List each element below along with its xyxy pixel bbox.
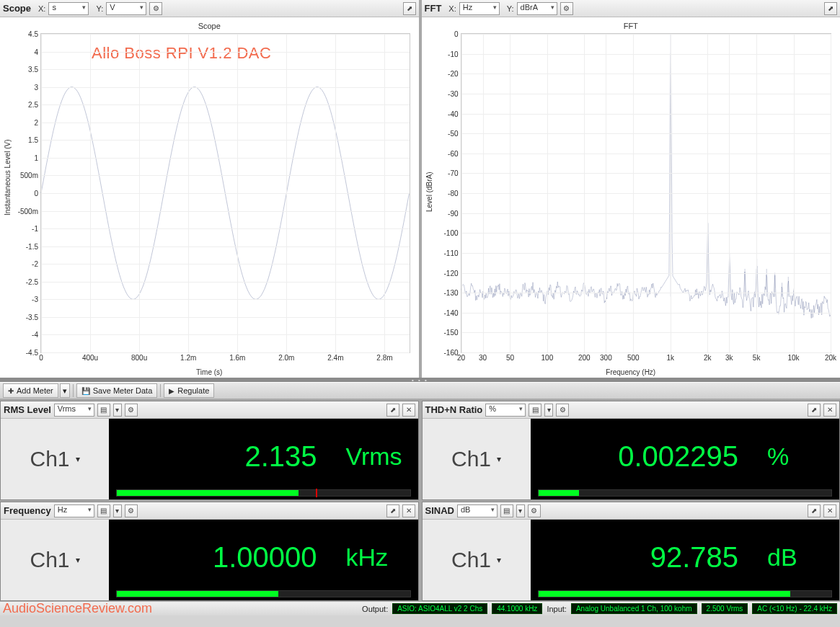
sinad-unit-select[interactable]: dB (457, 504, 498, 517)
output-driver-badge[interactable]: ASIO: ASIO4ALL v2 2 Chs (392, 603, 487, 614)
rms-value: 2.135 (244, 440, 317, 473)
thdn-unit: % (767, 443, 832, 471)
rms-unit: Vrms (346, 443, 411, 471)
fft-x-unit-select[interactable]: Hz (459, 2, 500, 15)
gear-icon[interactable]: ⚙ (149, 2, 162, 15)
scope-chart-title: Scope (6, 22, 413, 30)
statusbar: AudioScienceReview.com Output: ASIO: ASI… (0, 601, 840, 615)
scope-y-axis-label: Instantaneous Level (V) (4, 139, 12, 215)
freq-title: Frequency (4, 505, 51, 516)
filter-dropdown-icon[interactable]: ▾ (113, 504, 122, 517)
thdn-value: 0.002295 (618, 440, 738, 473)
play-icon: ▶ (169, 387, 174, 395)
input-label: Input: (547, 605, 567, 613)
fft-x-label: X: (448, 4, 456, 13)
sinad-value: 92.785 (650, 541, 738, 574)
input-bandwidth-badge[interactable]: AC (<10 Hz) - 22.4 kHz (752, 603, 837, 614)
fft-chart-title: FFT (428, 22, 835, 30)
filter-dropdown-icon[interactable]: ▾ (544, 404, 553, 417)
scope-y-unit-select[interactable]: V (106, 2, 146, 15)
close-icon[interactable]: ✕ (823, 404, 836, 417)
sinad-meter: SINAD dB ▤ ▾ ⚙ ⬈ ✕ Ch1 ▾ 92.785 dB (422, 502, 841, 601)
add-meter-dropdown[interactable]: ▾ (60, 383, 70, 398)
meter-toolbar: ✚Add Meter ▾ 💾Save Meter Data ▶Regulate (0, 382, 840, 399)
scope-annotation: Allo Boss RPI V1.2 DAC (92, 44, 271, 63)
thdn-ratio-meter: THD+N Ratio % ▤ ▾ ⚙ ⬈ ✕ Ch1 ▾ 0.002295 % (422, 401, 841, 500)
fft-title: FFT (425, 3, 442, 14)
freq-unit: kHz (346, 543, 411, 572)
gear-icon[interactable]: ⚙ (125, 504, 138, 517)
thdn-title: THD+N Ratio (425, 404, 483, 415)
channel-dropdown-icon[interactable]: ▾ (76, 454, 80, 464)
close-icon[interactable]: ✕ (402, 404, 415, 417)
filter-icon[interactable]: ▤ (97, 404, 110, 417)
scope-panel: Scope X: s Y: V ⚙ ⬈ Scope Instantaneous … (0, 0, 419, 378)
gear-icon[interactable]: ⚙ (528, 504, 541, 517)
freq-bargraph (116, 590, 411, 597)
scope-header: Scope X: s Y: V ⚙ ⬈ (0, 0, 419, 17)
input-channel-badge[interactable]: Analog Unbalanced 1 Ch, 100 kohm (571, 603, 697, 614)
filter-dropdown-icon[interactable]: ▾ (516, 504, 525, 517)
output-label: Output: (362, 605, 388, 613)
fft-header: FFT X: Hz Y: dBrA ⚙ ⬈ (422, 0, 841, 17)
filter-icon[interactable]: ▤ (97, 504, 110, 517)
filter-dropdown-icon[interactable]: ▾ (113, 404, 122, 417)
thdn-channel: Ch1 (451, 447, 491, 471)
fft-y-axis-label: Level (dBrA) (425, 172, 433, 212)
fft-chart[interactable]: FFT Level (dBrA) Frequency (Hz) 0-10-20-… (422, 17, 841, 378)
fft-y-label: Y: (507, 4, 514, 13)
channel-dropdown-icon[interactable]: ▾ (497, 555, 501, 565)
freq-unit-select[interactable]: Hz (54, 504, 94, 517)
rms-bargraph (116, 489, 411, 497)
popout-icon[interactable]: ⬈ (403, 2, 416, 15)
scope-chart[interactable]: Scope Instantaneous Level (V) Time (s) A… (0, 17, 419, 378)
thdn-bargraph (538, 489, 833, 497)
save-icon: 💾 (81, 387, 90, 395)
filter-icon[interactable]: ▤ (529, 404, 541, 417)
sinad-channel: Ch1 (451, 548, 491, 572)
scope-x-unit-select[interactable]: s (48, 2, 89, 15)
popout-icon[interactable]: ⬈ (386, 404, 399, 417)
filter-icon[interactable]: ▤ (500, 504, 513, 517)
scope-x-label: X: (38, 4, 45, 13)
regulate-button[interactable]: ▶Regulate (164, 383, 214, 398)
gear-icon[interactable]: ⚙ (560, 2, 573, 15)
freq-value: 1.00000 (213, 541, 317, 574)
close-icon[interactable]: ✕ (823, 504, 836, 517)
gear-icon[interactable]: ⚙ (125, 404, 138, 417)
watermark-text: AudioScienceReview.com (3, 601, 152, 616)
add-meter-button[interactable]: ✚Add Meter (3, 383, 58, 398)
channel-dropdown-icon[interactable]: ▾ (497, 454, 501, 464)
rms-unit-select[interactable]: Vrms (54, 404, 94, 417)
save-meter-button[interactable]: 💾Save Meter Data (76, 383, 158, 398)
gear-icon[interactable]: ⚙ (556, 404, 569, 417)
sinad-title: SINAD (425, 505, 454, 516)
close-icon[interactable]: ✕ (402, 504, 415, 517)
input-level-badge[interactable]: 2.500 Vrms (702, 603, 748, 614)
popout-icon[interactable]: ⬈ (808, 404, 821, 417)
rms-title: RMS Level (4, 404, 51, 415)
fft-y-unit-select[interactable]: dBrA (517, 2, 557, 15)
scope-title: Scope (3, 3, 31, 14)
frequency-meter: Frequency Hz ▤ ▾ ⚙ ⬈ ✕ Ch1 ▾ 1.00000 kHz (0, 502, 419, 601)
scope-y-label: Y: (96, 4, 103, 13)
channel-dropdown-icon[interactable]: ▾ (76, 555, 80, 565)
popout-icon[interactable]: ⬈ (386, 504, 399, 517)
freq-channel: Ch1 (30, 548, 69, 572)
output-rate-badge[interactable]: 44.1000 kHz (492, 603, 542, 614)
thdn-unit-select[interactable]: % (485, 404, 526, 417)
sinad-unit: dB (767, 543, 832, 572)
sinad-bargraph (538, 590, 833, 597)
popout-icon[interactable]: ⬈ (808, 504, 821, 517)
popout-icon[interactable]: ⬈ (824, 2, 837, 15)
plus-icon: ✚ (8, 387, 14, 395)
rms-level-meter: RMS Level Vrms ▤ ▾ ⚙ ⬈ ✕ Ch1 ▾ 2.135 Vrm… (0, 401, 419, 500)
rms-channel: Ch1 (30, 447, 69, 471)
fft-x-axis-label: Frequency (Hz) (606, 368, 655, 376)
fft-panel: FFT X: Hz Y: dBrA ⚙ ⬈ FFT Level (dBrA) F… (422, 0, 841, 378)
scope-x-axis-label: Time (s) (196, 368, 222, 376)
